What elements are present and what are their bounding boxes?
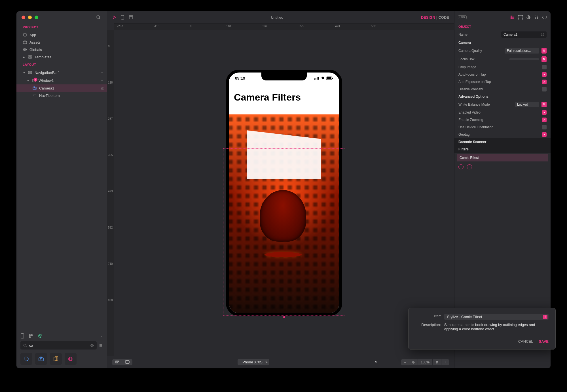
device-orientation-button[interactable] <box>122 359 132 365</box>
enabledvideo-checkbox[interactable] <box>542 110 547 115</box>
assets-icon <box>23 40 27 44</box>
object-tile-camera[interactable] <box>35 353 47 365</box>
svg-rect-42 <box>332 78 333 79</box>
filter-list-item[interactable]: Comic Effect <box>457 154 548 161</box>
zoom-level[interactable]: 100% <box>418 359 433 365</box>
add-filter-button[interactable]: + <box>458 164 464 169</box>
add-child-button[interactable]: ＋ <box>100 78 104 83</box>
layout-item-camera[interactable]: Camera1 ◐ <box>16 84 107 92</box>
svg-rect-16 <box>29 334 31 336</box>
autoexposure-checkbox[interactable] <box>542 80 547 84</box>
collapse-icon[interactable]: ⌄ <box>100 334 103 338</box>
align-tool-button[interactable] <box>112 359 122 365</box>
document-title: Untitled <box>138 15 416 20</box>
object-search[interactable]: ⊗ <box>20 341 97 350</box>
select-chevron-icon[interactable]: ⇅ <box>541 48 547 54</box>
svg-rect-3 <box>23 41 27 44</box>
enablezoom-checkbox[interactable] <box>542 118 547 122</box>
chevron-down-icon[interactable]: ▼ <box>27 79 29 82</box>
quality-select[interactable]: Full resolution... <box>505 48 539 54</box>
cropimage-checkbox[interactable] <box>542 65 547 69</box>
object-search-input[interactable] <box>29 343 88 348</box>
horizontal-ruler: -237 -118 0 118 237 355 473 592 <box>114 23 454 30</box>
popover-filter-select[interactable]: Stylize - Comic Effect ⇅ <box>444 314 549 320</box>
svg-line-1 <box>99 18 100 19</box>
object-name-input[interactable] <box>501 31 547 38</box>
whitebalance-select[interactable]: Locked <box>515 102 539 107</box>
filters-section[interactable]: Filters <box>454 146 551 153</box>
object-library-panel: ⌄ ⊗ <box>16 330 107 368</box>
rotate-device-button[interactable]: ↻ <box>375 360 377 364</box>
svg-rect-39 <box>318 77 319 80</box>
deviceorientation-checkbox[interactable] <box>542 125 547 129</box>
layout-item-window[interactable]: ▼ Window1 1 ＋ <box>16 76 107 84</box>
components-icon[interactable] <box>29 334 33 338</box>
object-tile-activity[interactable] <box>20 353 32 365</box>
fullscreen-window-button[interactable] <box>35 16 38 19</box>
geometry-tab-icon[interactable] <box>518 15 523 20</box>
project-item-app[interactable]: App <box>16 31 107 39</box>
code-tab-icon[interactable] <box>542 16 547 19</box>
object-tile-cards[interactable] <box>50 353 62 365</box>
disablepreview-label: Disable Preview <box>458 87 539 91</box>
layout-heading: LAYOUT <box>16 61 107 69</box>
barcode-section[interactable]: Barcode Scanner <box>454 138 551 146</box>
close-window-button[interactable] <box>22 16 25 19</box>
minimize-window-button[interactable] <box>28 16 32 19</box>
play-button[interactable] <box>112 15 116 19</box>
item-options-button[interactable]: ◐ <box>101 86 104 90</box>
actions-tab-icon[interactable] <box>534 15 539 20</box>
popover-desc-label: Description: <box>415 323 441 331</box>
cancel-button[interactable]: CANCEL <box>518 339 533 344</box>
deviceorientation-label: Use Device Orientation <box>458 125 539 129</box>
archive-icon[interactable] <box>129 15 133 19</box>
project-item-globals[interactable]: Globals <box>16 46 107 53</box>
svg-rect-6 <box>29 57 30 58</box>
select-chevron-icon[interactable]: ⇅ <box>541 56 547 62</box>
clear-search-button[interactable]: ⊗ <box>90 343 94 348</box>
search-icon[interactable] <box>96 15 101 20</box>
selection-handle-bottom[interactable] <box>283 316 285 318</box>
log-badge[interactable]: LOG <box>458 15 467 19</box>
device-model-select[interactable]: iPhone X/XS <box>238 359 269 365</box>
svg-rect-44 <box>116 362 117 363</box>
appearance-tab-icon[interactable] <box>526 15 531 20</box>
bottom-toolbar: iPhone X/XS ↻ − ⊙ 100% ⊖ + <box>107 356 454 368</box>
project-item-assets[interactable]: Assets <box>16 39 107 46</box>
design-canvas[interactable]: 09:19 Camera Filters <box>114 30 454 356</box>
focusbox-select[interactable] <box>509 58 539 60</box>
save-button[interactable]: SAVE <box>539 339 549 344</box>
name-char-count: 19 <box>541 33 544 36</box>
zoom-actual-button[interactable]: ⊖ <box>433 359 441 365</box>
svg-point-50 <box>511 18 512 19</box>
zoom-in-button[interactable]: + <box>441 359 449 365</box>
properties-tab-icon[interactable] <box>510 15 515 20</box>
design-mode-button[interactable]: DESIGN <box>421 15 435 20</box>
device-preview-icon[interactable] <box>20 333 24 338</box>
svg-rect-45 <box>125 361 129 363</box>
cube-icon[interactable] <box>38 334 43 338</box>
project-item-templates[interactable]: ▶ Templates <box>16 53 107 61</box>
titleitem-icon <box>32 93 37 98</box>
layout-item-navtitle[interactable]: NavTitleItem <box>16 92 107 99</box>
disablepreview-checkbox[interactable] <box>542 87 547 91</box>
geotag-checkbox[interactable] <box>542 132 547 137</box>
select-chevron-icon[interactable]: ⇅ <box>541 102 547 107</box>
layout-item-navbar[interactable]: ▼ NavigationBar1 ＋ <box>16 69 107 76</box>
list-view-icon[interactable] <box>99 344 103 348</box>
object-tile-carousel[interactable] <box>65 353 77 365</box>
zoom-fit-button[interactable]: ⊙ <box>409 359 418 365</box>
autofocus-checkbox[interactable] <box>542 72 547 77</box>
svg-rect-5 <box>29 56 31 56</box>
code-mode-button[interactable]: CODE <box>438 15 449 20</box>
layout-item-label: Camera1 <box>39 86 54 90</box>
status-icons <box>314 76 333 80</box>
zoom-out-button[interactable]: − <box>401 359 409 365</box>
status-time: 09:19 <box>235 76 245 80</box>
app-icon <box>23 33 27 37</box>
device-icon[interactable] <box>121 15 124 20</box>
chevron-right-icon[interactable]: ▶ <box>23 56 26 59</box>
add-child-button[interactable]: ＋ <box>100 70 104 75</box>
remove-filter-button[interactable]: − <box>467 164 472 169</box>
chevron-down-icon[interactable]: ▼ <box>23 71 26 74</box>
